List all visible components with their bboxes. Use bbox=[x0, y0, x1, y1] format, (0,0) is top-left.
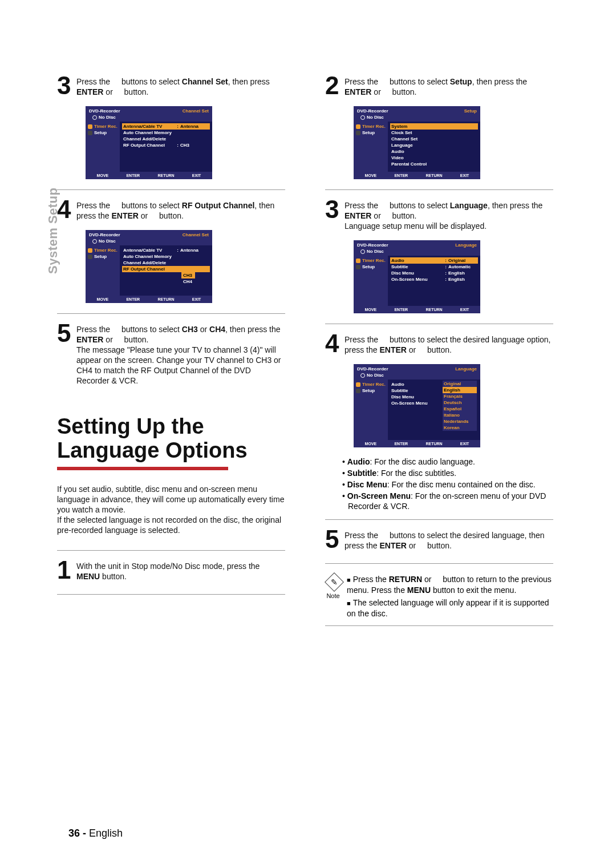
step-text: Press the buttons to select Language, th… bbox=[345, 198, 553, 231]
step-number: 3 bbox=[325, 198, 345, 221]
divider bbox=[325, 324, 553, 324]
step-number: 4 bbox=[325, 332, 345, 355]
divider bbox=[57, 313, 285, 314]
language-definitions: Audio: For the disc audio language. Subt… bbox=[342, 457, 553, 512]
osd-language-1: DVD-RecorderLanguage No Disc Timer Rec. … bbox=[354, 240, 480, 313]
intro-paragraph: If you set audio, subtitle, disc menu an… bbox=[57, 484, 285, 535]
osd-language-2: DVD-RecorderLanguage No Disc Timer Rec. … bbox=[354, 364, 480, 447]
right-step-5: 5 Press the buttons to select the desire… bbox=[325, 528, 553, 551]
right-column: 2 Press the buttons to select Setup, the… bbox=[325, 74, 553, 634]
section-side-label: System Setup bbox=[46, 188, 60, 274]
step-number: 1 bbox=[57, 559, 76, 582]
step-number: 3 bbox=[57, 74, 76, 97]
step-number: 5 bbox=[325, 528, 345, 551]
step-text: Press the buttons to select Channel Set,… bbox=[76, 74, 285, 97]
left-step-5: 5 Press the buttons to select CH3 or CH4… bbox=[57, 322, 285, 386]
step-text: Press the buttons to select the desired … bbox=[345, 332, 553, 355]
heading-line-2: Language Options bbox=[57, 438, 285, 462]
right-step-2: 2 Press the buttons to select Setup, the… bbox=[325, 74, 553, 97]
osd-channel-set-2: DVD-RecorderChannel Set No Disc Timer Re… bbox=[86, 230, 212, 303]
right-step-4: 4 Press the buttons to select the desire… bbox=[325, 332, 553, 355]
section-heading: Setting Up the Language Options bbox=[57, 414, 285, 470]
osd-channel-set-1: DVD-RecorderChannel Set No Disc Timer Re… bbox=[86, 106, 212, 179]
note-label: Note bbox=[325, 592, 341, 599]
osd-footer: MOVEENTERRETURNEXIT bbox=[86, 172, 212, 179]
osd-setup: DVD-RecorderSetup No Disc Timer Rec. Set… bbox=[354, 106, 480, 179]
osd-title: DVD-Recorder bbox=[89, 108, 120, 114]
right-step-3: 3 Press the buttons to select Language, … bbox=[325, 198, 553, 231]
step-text: Press the buttons to select CH3 or CH4, … bbox=[76, 322, 285, 386]
osd-tag: Channel Set bbox=[183, 108, 209, 114]
left-step-1: 1 With the unit in Stop mode/No Disc mod… bbox=[57, 559, 285, 582]
osd-nodisc: No Disc bbox=[99, 115, 116, 120]
divider bbox=[57, 550, 285, 551]
divider bbox=[325, 625, 553, 626]
left-step-3: 3 Press the buttons to select Channel Se… bbox=[57, 74, 285, 97]
divider bbox=[325, 519, 553, 520]
step-number: 5 bbox=[57, 322, 76, 345]
divider bbox=[57, 594, 285, 595]
page-columns: 3 Press the buttons to select Channel Se… bbox=[57, 74, 559, 634]
step-text: Press the buttons to select Setup, then … bbox=[345, 74, 553, 97]
heading-line-1: Setting Up the bbox=[57, 414, 285, 438]
left-column: 3 Press the buttons to select Channel Se… bbox=[57, 74, 285, 634]
divider bbox=[325, 563, 553, 564]
step-text: With the unit in Stop mode/No Disc mode,… bbox=[76, 559, 285, 582]
osd-menu: Antenna/Cable TV:Antenna Auto Channel Me… bbox=[120, 122, 212, 172]
left-step-4: 4 Press the buttons to select RF Output … bbox=[57, 198, 285, 221]
osd-sidebar: Timer Rec. Setup bbox=[86, 122, 120, 172]
note-text: ■Press the RETURN or button to return to… bbox=[347, 574, 553, 619]
heading-underline bbox=[57, 467, 228, 470]
note-icon: ✎ bbox=[325, 572, 344, 592]
divider bbox=[57, 189, 285, 190]
note-block: ✎ Note ■Press the RETURN or button to re… bbox=[325, 574, 553, 619]
step-text: Press the buttons to select the desired … bbox=[345, 528, 553, 551]
step-number: 2 bbox=[325, 74, 345, 97]
step-text: Press the buttons to select RF Output Ch… bbox=[76, 198, 285, 221]
page-footer: 36 - English bbox=[68, 827, 123, 839]
divider bbox=[325, 189, 553, 190]
